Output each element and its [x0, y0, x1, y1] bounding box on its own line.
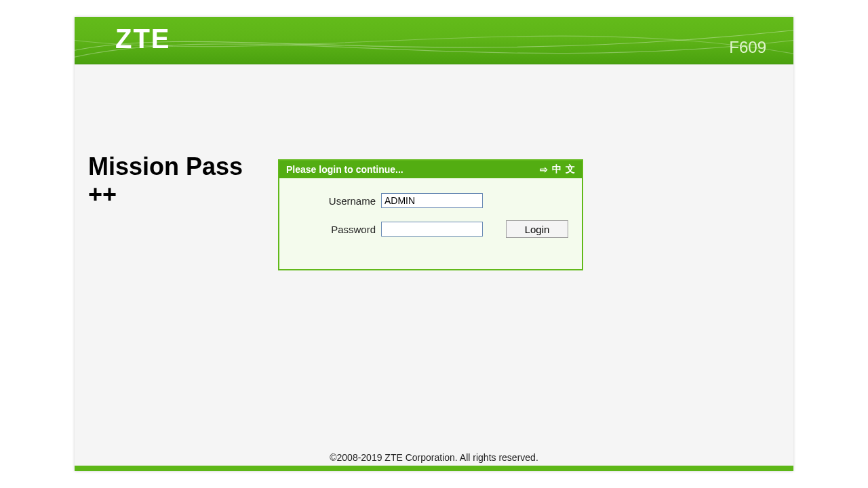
footer-accent-bar: [75, 466, 793, 471]
arrow-right-icon: ⇨: [540, 164, 548, 175]
header-banner: ZTE F609: [75, 17, 793, 64]
login-panel-header: Please login to continue... ⇨ 中 文: [279, 161, 582, 178]
overlay-caption-line1: Mission Pass: [88, 152, 243, 180]
username-label: Username: [293, 195, 381, 207]
login-form: Username Password Login: [279, 178, 582, 269]
login-panel-title: Please login to continue...: [286, 164, 403, 175]
copyright-text: ©2008-2019 ZTE Corporation. All rights r…: [75, 452, 793, 466]
page-container: ZTE F609 Mission Pass ++ Please login to…: [75, 17, 793, 471]
banner-wave-decoration: [75, 17, 793, 64]
login-button[interactable]: Login: [506, 220, 568, 238]
username-row: Username: [293, 193, 568, 208]
overlay-caption: Mission Pass ++: [88, 152, 243, 209]
username-input[interactable]: [381, 193, 483, 208]
password-row: Password Login: [293, 220, 568, 238]
overlay-caption-line2: ++: [88, 180, 243, 208]
language-switch[interactable]: ⇨ 中 文: [540, 163, 575, 176]
password-label: Password: [293, 224, 381, 235]
brand-logo-text: ZTE: [115, 24, 171, 54]
login-panel: Please login to continue... ⇨ 中 文 Userna…: [278, 159, 583, 270]
footer: ©2008-2019 ZTE Corporation. All rights r…: [75, 452, 793, 471]
device-model-text: F609: [729, 38, 766, 57]
language-chinese-char2[interactable]: 文: [566, 163, 575, 176]
password-input[interactable]: [381, 222, 483, 237]
language-chinese-char1[interactable]: 中: [552, 163, 561, 176]
